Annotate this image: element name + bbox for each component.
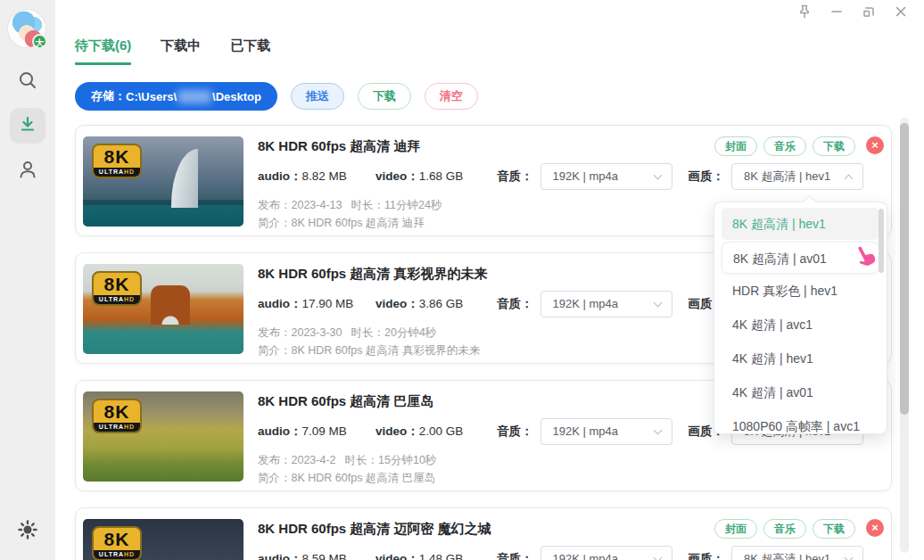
duration-value: 11分钟24秒 <box>384 199 441 211</box>
storage-path-tail: \Desktop <box>212 90 261 103</box>
tab-downloaded[interactable]: 已下载 <box>230 37 270 65</box>
remove-card-button[interactable]: × <box>866 519 884 537</box>
close-window-button[interactable] <box>885 2 917 25</box>
video-size-value: 3.86 GB <box>419 297 464 310</box>
audio-quality-value: 192K | mp4a <box>553 424 618 438</box>
dropdown-scrollbar-thumb[interactable] <box>879 209 884 273</box>
quality-option[interactable]: 4K 超清 | av01 <box>714 375 887 409</box>
audio-quality-select[interactable]: 192K | mp4a <box>540 546 672 560</box>
audio-quality-label: 音质： <box>497 169 533 185</box>
quality-option[interactable]: 4K 超清 | hev1 <box>714 342 887 375</box>
duration-value: 20分钟4秒 <box>384 326 436 339</box>
sidebar-item-user[interactable] <box>0 159 55 184</box>
tag-group: 封面 音乐 下载 <box>714 136 855 156</box>
gear-icon <box>17 519 38 544</box>
duration-value: 15分钟10秒 <box>378 454 436 466</box>
chevron-down-icon <box>653 554 662 560</box>
storage-path-button[interactable]: 存储：C:\Users\\Desktop <box>75 82 277 111</box>
publish-date: 2023-4-13 <box>292 199 342 211</box>
sidebar-item-settings[interactable] <box>0 519 55 544</box>
scrollbar-track <box>900 118 909 553</box>
audio-quality-label: 音质： <box>497 424 533 440</box>
audio-size-value: 8.59 MB <box>302 552 347 560</box>
download-icon <box>18 114 37 137</box>
download-tag-button[interactable]: 下载 <box>813 136 855 156</box>
tab-pending-downloads[interactable]: 待下载(6) <box>75 37 131 65</box>
tag-group: 封面 音乐 下载 <box>714 519 855 539</box>
quality-option[interactable]: 8K 超高清 | hev1 <box>722 208 879 240</box>
audio-size-label: audio： <box>258 169 302 183</box>
minimize-button[interactable] <box>821 2 853 25</box>
intro-value: 8K HDR 60fps 超高清 巴厘岛 <box>292 472 436 484</box>
user-icon <box>17 159 38 184</box>
remove-card-button[interactable]: × <box>866 136 884 154</box>
audio-quality-value: 192K | mp4a <box>553 297 618 310</box>
quality-option[interactable]: 4K 超清 | avc1 <box>714 308 887 342</box>
video-size-value: 1.68 GB <box>419 169 464 183</box>
tab-bar: 待下载(6) 下载中 已下载 <box>75 37 270 65</box>
download-tag-button[interactable]: 下载 <box>813 519 855 539</box>
avatar[interactable]: 大 <box>8 10 45 47</box>
video-quality-label: 画质： <box>689 169 725 185</box>
publish-date: 2023-4-2 <box>292 454 336 466</box>
quality-option[interactable]: 1080P60 高帧率 | avc1 <box>714 409 887 434</box>
quality-option[interactable]: 8K 超高清 | av01 <box>722 242 879 274</box>
push-button[interactable]: 推送 <box>291 83 344 110</box>
chevron-down-icon <box>653 299 662 308</box>
video-quality-select[interactable]: 8K 超高清 | hev1 <box>731 163 863 190</box>
video-size-value: 1.48 GB <box>419 552 464 560</box>
pin-window-button[interactable] <box>788 2 821 25</box>
download-all-button[interactable]: 下载 <box>358 83 411 110</box>
music-tag-button[interactable]: 音乐 <box>763 519 806 539</box>
video-size-label: video： <box>375 169 419 183</box>
pin-icon <box>796 4 813 23</box>
restore-button[interactable] <box>853 2 885 25</box>
video-quality-select[interactable]: 8K 超高清 | hev1 <box>731 546 863 560</box>
thumbnail: 8K ULTRAHD <box>83 264 243 354</box>
cover-tag-button[interactable]: 封面 <box>714 519 757 539</box>
sidebar-item-search[interactable] <box>0 70 55 95</box>
video-quality-label: 画质： <box>689 551 725 560</box>
quality-option[interactable]: HDR 真彩色 | hev1 <box>714 274 887 308</box>
audio-quality-label: 音质： <box>497 551 533 560</box>
sidebar: 大 <box>0 0 55 560</box>
audio-quality-value: 192K | mp4a <box>553 169 618 183</box>
thumbnail: 8K ULTRAHD <box>83 519 243 560</box>
audio-quality-value: 192K | mp4a <box>553 552 618 560</box>
music-tag-button[interactable]: 音乐 <box>763 136 806 156</box>
video-quality-value: 8K 超高清 | hev1 <box>744 169 830 183</box>
intro-value: 8K HDR 60fps 超高清 迪拜 <box>292 217 425 229</box>
8k-ultrahd-badge: 8K ULTRAHD <box>92 271 142 306</box>
quality-dropdown-list: 8K 超高清 | hev1 8K 超高清 | av01 HDR 真彩色 | he… <box>714 208 887 434</box>
8k-ultrahd-badge: 8K ULTRAHD <box>92 399 142 433</box>
video-title: 8K HDR 60fps 超高清 迈阿密 魔幻之城 <box>258 521 491 538</box>
video-size-value: 2.00 GB <box>419 424 464 438</box>
audio-quality-select[interactable]: 192K | mp4a <box>540 418 672 445</box>
video-quality-value: 8K 超高清 | hev1 <box>744 552 830 560</box>
avatar-badge: 大 <box>32 34 47 49</box>
cover-tag-button[interactable]: 封面 <box>714 136 757 156</box>
audio-quality-label: 音质： <box>497 296 533 312</box>
tab-downloading[interactable]: 下载中 <box>161 37 201 65</box>
video-title: 8K HDR 60fps 超高清 巴厘岛 <box>258 393 434 410</box>
thumbnail: 8K ULTRAHD <box>83 136 243 226</box>
toolbar: 存储：C:\Users\\Desktop 推送 下载 清空 <box>75 82 478 111</box>
window-controls <box>788 2 917 25</box>
sidebar-item-download[interactable] <box>0 108 55 144</box>
video-size-label: video： <box>375 297 419 310</box>
publish-duration-line: 发布：2023-4-2时长：15分钟10秒 <box>258 453 436 468</box>
audio-quality-select[interactable]: 192K | mp4a <box>540 291 672 317</box>
audio-size-value: 17.90 MB <box>302 297 354 310</box>
audio-size-label: audio： <box>258 297 302 310</box>
audio-size-value: 7.09 MB <box>302 424 347 438</box>
video-title: 8K HDR 60fps 超高清 迪拜 <box>258 138 421 155</box>
intro-line: 简介：8K HDR 60fps 超高清 迪拜 <box>258 216 425 231</box>
audio-quality-select[interactable]: 192K | mp4a <box>540 163 672 190</box>
8k-ultrahd-badge: 8K ULTRAHD <box>92 526 142 560</box>
redacted-username <box>177 90 211 103</box>
intro-value: 8K HDR 60fps 超高清 真彩视界的未来 <box>292 344 481 357</box>
scrollbar-thumb[interactable] <box>900 123 909 415</box>
audio-size-label: audio： <box>258 424 302 438</box>
clear-button[interactable]: 清空 <box>425 83 478 110</box>
minimize-icon <box>829 4 845 23</box>
